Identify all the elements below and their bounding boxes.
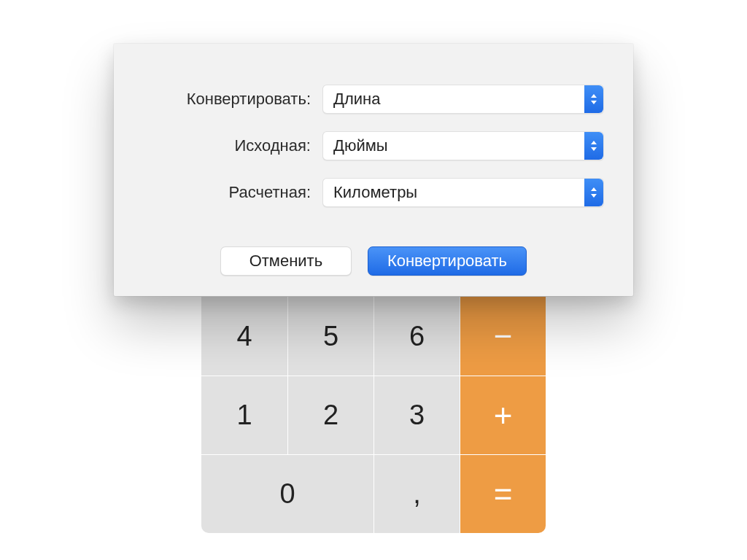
key-0[interactable]: 0 bbox=[201, 454, 374, 533]
select-value: Километры bbox=[333, 183, 417, 202]
select-value: Дюймы bbox=[333, 136, 388, 155]
convert-dialog: Конвертировать: Длина Исходная: Дюймы Ра… bbox=[114, 44, 633, 296]
select-target-unit[interactable]: Километры bbox=[322, 178, 604, 207]
key-label: 4 bbox=[236, 321, 252, 352]
chevron-up-down-icon bbox=[584, 132, 603, 160]
key-2[interactable]: 2 bbox=[287, 376, 374, 454]
key-label: , bbox=[413, 478, 421, 510]
calculator-keypad: 4 5 6 − 1 2 3 + 0 , = bbox=[201, 297, 546, 533]
row-convert-type: Конвертировать: Длина bbox=[143, 76, 604, 122]
chevron-up-down-icon bbox=[584, 85, 603, 113]
row-target-unit: Расчетная: Километры bbox=[143, 169, 604, 216]
button-label: Конвертировать bbox=[387, 252, 507, 271]
key-label: 6 bbox=[409, 321, 425, 352]
key-label: 5 bbox=[323, 321, 338, 352]
key-3[interactable]: 3 bbox=[374, 376, 460, 454]
select-source-unit[interactable]: Дюймы bbox=[322, 131, 604, 160]
key-minus[interactable]: − bbox=[460, 297, 546, 376]
chevron-up-down-icon bbox=[584, 179, 603, 206]
key-label: − bbox=[494, 318, 513, 354]
cancel-button[interactable]: Отменить bbox=[220, 246, 352, 276]
key-label: 0 bbox=[279, 478, 295, 510]
label-convert: Конвертировать: bbox=[143, 90, 311, 109]
key-1[interactable]: 1 bbox=[201, 376, 287, 454]
key-label: = bbox=[494, 476, 513, 513]
calculator-grid: 4 5 6 − 1 2 3 + 0 , = bbox=[201, 297, 546, 533]
key-label: 1 bbox=[236, 400, 252, 431]
key-6[interactable]: 6 bbox=[374, 297, 460, 376]
key-plus[interactable]: + bbox=[460, 376, 546, 454]
key-label: + bbox=[494, 397, 513, 434]
select-value: Длина bbox=[333, 90, 380, 109]
button-label: Отменить bbox=[249, 252, 323, 271]
dialog-buttons: Отменить Конвертировать bbox=[114, 246, 633, 276]
key-decimal[interactable]: , bbox=[374, 454, 460, 533]
label-target: Расчетная: bbox=[143, 183, 311, 202]
key-label: 3 bbox=[409, 400, 425, 431]
key-equals[interactable]: = bbox=[460, 454, 546, 533]
key-5[interactable]: 5 bbox=[287, 297, 374, 376]
select-convert-type[interactable]: Длина bbox=[322, 85, 604, 114]
key-4[interactable]: 4 bbox=[201, 297, 287, 376]
convert-button[interactable]: Конвертировать bbox=[368, 246, 527, 276]
row-source-unit: Исходная: Дюймы bbox=[143, 122, 604, 169]
convert-form: Конвертировать: Длина Исходная: Дюймы Ра… bbox=[114, 76, 633, 216]
key-label: 2 bbox=[323, 400, 338, 431]
label-source: Исходная: bbox=[143, 136, 311, 155]
